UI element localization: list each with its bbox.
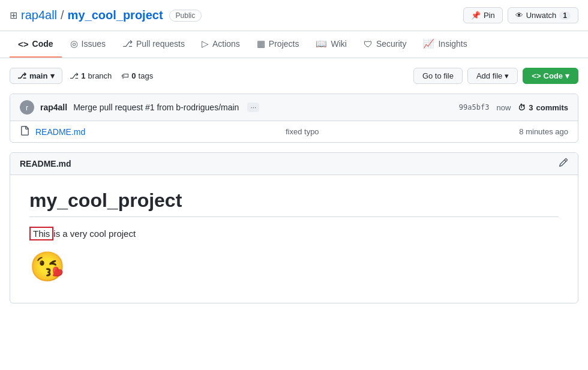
readme-header: README.md xyxy=(10,153,578,175)
commit-time: now xyxy=(496,103,511,112)
commits-label: commits xyxy=(536,103,568,112)
tab-wiki[interactable]: 📖 Wiki xyxy=(307,31,355,58)
repo-actions: 📌 Pin 👁 Unwatch 1 xyxy=(463,7,578,23)
readme-title: README.md xyxy=(20,159,71,169)
file-row-left: README.md xyxy=(20,126,85,137)
branch-selector[interactable]: ⎇ main ▾ xyxy=(10,68,62,84)
commit-box: r rap4all Merge pull request #1 from b-r… xyxy=(10,94,578,143)
go-to-file-button[interactable]: Go to file xyxy=(413,68,463,84)
tab-insights-label: Insights xyxy=(438,39,467,49)
repo-nav: <> Code ◎ Issues ⎇ Pull requests ▷ Actio… xyxy=(0,31,588,58)
repo-owner[interactable]: rap4all xyxy=(21,8,57,22)
readme-box: README.md my_cool_project This is a very… xyxy=(10,152,578,303)
repo-icon: ⊞ xyxy=(10,10,17,21)
branch-tag-links: ⎇ 1 branch 🏷 0 tags xyxy=(70,71,153,80)
readme-body: This is a very cool project xyxy=(29,227,559,240)
branch-selector-icon: ⎇ xyxy=(17,71,26,80)
insights-nav-icon: 📈 xyxy=(423,38,434,49)
branch-chevron-icon: ▾ xyxy=(50,71,55,80)
readme-heading: my_cool_project xyxy=(29,189,559,217)
tab-issues[interactable]: ◎ Issues xyxy=(62,31,114,58)
issues-nav-icon: ◎ xyxy=(70,38,78,49)
branch-bar-right: Go to file Add file ▾ <> Code ▾ xyxy=(413,68,578,84)
tab-pr-label: Pull requests xyxy=(136,39,185,49)
pin-label: Pin xyxy=(484,11,495,20)
commits-link[interactable]: ⏱ 3 commits xyxy=(518,103,568,112)
tags-label: tags xyxy=(139,71,154,80)
actions-nav-icon: ▷ xyxy=(202,38,209,49)
commits-count: 3 xyxy=(529,103,533,112)
go-to-file-label: Go to file xyxy=(422,71,454,80)
branches-label: branch xyxy=(88,71,112,80)
repo-name[interactable]: my_cool_project xyxy=(68,8,163,22)
file-icon xyxy=(20,126,29,137)
pin-icon: 📌 xyxy=(471,11,481,20)
tab-code-label: Code xyxy=(32,39,53,49)
code-button[interactable]: <> Code ▾ xyxy=(523,68,578,84)
tab-projects[interactable]: ▦ Projects xyxy=(248,31,308,58)
edit-icon[interactable] xyxy=(559,158,568,170)
file-name[interactable]: README.md xyxy=(35,127,85,137)
commit-info-right: 99a5bf3 now ⏱ 3 commits xyxy=(459,103,568,112)
wiki-nav-icon: 📖 xyxy=(316,38,327,49)
pr-nav-icon: ⎇ xyxy=(122,38,133,49)
branches-link[interactable]: ⎇ 1 branch xyxy=(70,71,112,80)
tab-insights[interactable]: 📈 Insights xyxy=(415,31,475,58)
branch-link-icon: ⎇ xyxy=(70,71,79,80)
repo-title: ⊞ rap4all / my_cool_project Public xyxy=(10,8,202,22)
unwatch-button[interactable]: 👁 Unwatch 1 xyxy=(508,7,578,23)
title-separator: / xyxy=(61,8,64,22)
commit-message-dots[interactable]: ··· xyxy=(247,103,259,112)
tab-code[interactable]: <> Code xyxy=(10,32,62,58)
eye-icon: 👁 xyxy=(515,11,523,20)
svg-text:r: r xyxy=(26,104,28,112)
repo-header: ⊞ rap4all / my_cool_project Public 📌 Pin… xyxy=(0,0,588,31)
tab-security[interactable]: 🛡 Security xyxy=(355,32,415,58)
readme-content: my_cool_project This is a very cool proj… xyxy=(10,175,578,303)
avatar: r xyxy=(20,100,34,115)
highlighted-word: This xyxy=(29,227,53,240)
tab-pull-requests[interactable]: ⎇ Pull requests xyxy=(114,31,193,58)
main-content: ⎇ main ▾ ⎇ 1 branch 🏷 0 tags Go to file xyxy=(0,58,588,313)
readme-rest-text: is a very cool project xyxy=(53,228,136,239)
tags-link[interactable]: 🏷 0 tags xyxy=(121,71,153,80)
unwatch-label: Unwatch xyxy=(526,11,557,20)
commit-message: Merge pull request #1 from b-rodrigues/m… xyxy=(73,103,239,112)
code-nav-icon: <> xyxy=(18,39,29,49)
add-file-button[interactable]: Add file ▾ xyxy=(467,68,518,84)
commit-author[interactable]: rap4all xyxy=(40,103,67,112)
commit-info-left: r rap4all Merge pull request #1 from b-r… xyxy=(20,100,259,115)
tab-wiki-label: Wiki xyxy=(331,39,346,49)
tags-link-icon: 🏷 xyxy=(121,71,129,80)
unwatch-count: 1 xyxy=(559,11,571,20)
tab-actions[interactable]: ▷ Actions xyxy=(193,31,248,58)
commit-hash[interactable]: 99a5bf3 xyxy=(459,103,490,112)
add-file-label: Add file xyxy=(476,71,502,80)
branch-bar: ⎇ main ▾ ⎇ 1 branch 🏷 0 tags Go to file xyxy=(10,68,578,84)
file-commit-message: fixed typo xyxy=(286,127,319,136)
tags-count: 0 xyxy=(131,71,136,80)
tab-projects-label: Projects xyxy=(269,39,299,49)
security-nav-icon: 🛡 xyxy=(364,39,373,49)
branch-selector-label: main xyxy=(29,71,47,80)
add-file-chevron-icon: ▾ xyxy=(505,71,509,80)
code-button-icon: <> xyxy=(532,71,541,80)
branches-count: 1 xyxy=(81,71,85,80)
table-row: README.md fixed typo 8 minutes ago xyxy=(10,121,578,142)
projects-nav-icon: ▦ xyxy=(257,38,265,49)
code-button-label: Code xyxy=(544,71,563,80)
pin-button[interactable]: 📌 Pin xyxy=(463,7,503,23)
tab-actions-label: Actions xyxy=(212,39,240,49)
readme-emoji: 😘 xyxy=(29,250,559,284)
tab-security-label: Security xyxy=(376,39,407,49)
tab-issues-label: Issues xyxy=(82,39,106,49)
code-button-chevron-icon: ▾ xyxy=(565,71,569,80)
visibility-badge: Public xyxy=(169,10,202,22)
commit-info-row: r rap4all Merge pull request #1 from b-r… xyxy=(10,94,578,121)
clock-icon: ⏱ xyxy=(518,103,526,112)
branch-bar-left: ⎇ main ▾ ⎇ 1 branch 🏷 0 tags xyxy=(10,68,153,84)
file-time: 8 minutes ago xyxy=(519,127,568,136)
